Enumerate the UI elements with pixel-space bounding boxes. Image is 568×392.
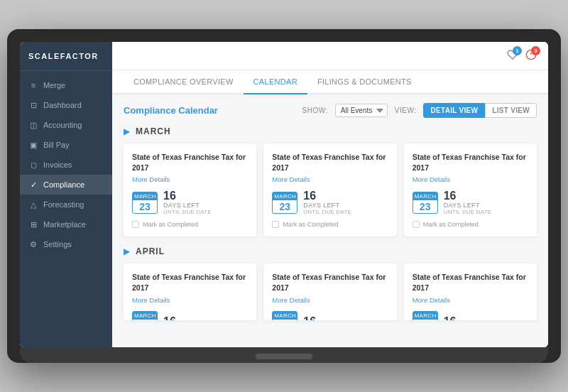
- april-card-3-due-day: 23: [413, 320, 437, 321]
- march-card-3: State of Texas Franchise Tax for 2017 Mo…: [404, 143, 537, 236]
- show-select[interactable]: All Events: [335, 104, 388, 117]
- laptop-notch: [256, 354, 312, 359]
- march-section-title: MARCH: [136, 126, 171, 136]
- march-card-1-days-label: days left: [163, 202, 248, 209]
- view-buttons: Detail View List View: [423, 103, 537, 118]
- april-card-3-date-box: MARCH 23: [413, 311, 438, 321]
- notification-badge: 1: [513, 46, 522, 55]
- sidebar-item-accounting-label: Accounting: [43, 121, 82, 129]
- laptop-screen: SCALEFACTOR ≡ Merge ⊡ Dashboard ◫ Accoun…: [20, 42, 548, 347]
- april-card-3-link[interactable]: More Details: [413, 296, 528, 304]
- show-label: SHOW:: [302, 107, 328, 114]
- marketplace-icon: ⊞: [28, 219, 38, 229]
- march-cards-grid: State of Texas Franchise Tax for 2017 Mo…: [124, 143, 537, 236]
- march-arrow-icon: ▶: [124, 126, 130, 136]
- march-card-3-footer: MARCH 23 16 days left UNTIL DUE DATE: [413, 190, 528, 215]
- march-card-1-days-num: 16: [163, 190, 248, 202]
- april-card-2-due-day: 23: [273, 320, 297, 321]
- tab-compliance-overview[interactable]: Compliance Overview: [124, 70, 244, 94]
- march-card-2-due-month: MARCH: [273, 192, 297, 200]
- laptop-base: [20, 347, 548, 363]
- march-card-2-checkbox[interactable]: [272, 221, 279, 228]
- march-card-2-days-label: days left: [303, 202, 388, 209]
- march-card-2-days-info: 16 days left UNTIL DUE DATE: [303, 190, 388, 215]
- sidebar-item-merge-label: Merge: [43, 81, 65, 89]
- sidebar-item-merge[interactable]: ≡ Merge: [20, 75, 112, 95]
- april-card-3-footer: MARCH 23 16: [413, 311, 528, 321]
- march-card-2: State of Texas Franchise Tax for 2017 Mo…: [263, 143, 396, 236]
- march-card-1: State of Texas Franchise Tax for 2017 Mo…: [124, 143, 256, 236]
- april-card-3-title: State of Texas Franchise Tax for 2017: [413, 272, 528, 293]
- top-bar: 1 3: [112, 42, 548, 70]
- march-card-1-checkbox-label: Mark as Completed: [143, 221, 198, 228]
- main-area: 1 3 Compliance Overview Calendar Filings…: [112, 42, 548, 347]
- content-area: Compliance Calendar SHOW: All Events VIE…: [112, 94, 548, 347]
- tabs-bar: Compliance Overview Calendar Filings & D…: [112, 70, 548, 94]
- notification-icon-wrapper[interactable]: 1: [507, 49, 518, 63]
- sidebar-item-invoices-label: Invoices: [43, 160, 72, 169]
- sidebar: SCALEFACTOR ≡ Merge ⊡ Dashboard ◫ Accoun…: [20, 42, 112, 347]
- april-card-1-link[interactable]: More Details: [132, 296, 248, 304]
- april-card-3-days-info: 16: [444, 316, 528, 320]
- merge-icon: ≡: [28, 80, 38, 90]
- controls-right: SHOW: All Events VIEW: Detail View List …: [302, 103, 537, 118]
- view-label: VIEW:: [395, 107, 417, 114]
- april-card-3: State of Texas Franchise Tax for 2017 Mo…: [404, 263, 537, 320]
- section-header-april: ▶ APRIL: [124, 246, 537, 256]
- march-card-1-until-label: UNTIL DUE DATE: [163, 209, 248, 215]
- march-card-2-link[interactable]: More Details: [272, 175, 388, 183]
- forecasting-icon: △: [28, 200, 38, 209]
- section-header-march: ▶ MARCH: [124, 126, 537, 136]
- april-card-2-link[interactable]: More Details: [272, 296, 388, 304]
- march-card-2-title: State of Texas Franchise Tax for 2017: [272, 152, 388, 173]
- march-card-3-checkbox-label: Mark as Completed: [423, 221, 479, 228]
- page-title: Compliance Calendar: [124, 105, 218, 116]
- april-card-2-date-box: MARCH 23: [272, 311, 297, 321]
- march-card-3-due-day: 23: [413, 200, 437, 213]
- march-card-1-due-day: 23: [133, 200, 157, 213]
- march-card-3-checkbox-row: Mark as Completed: [413, 221, 528, 228]
- april-card-1-days-num: 16: [163, 316, 248, 320]
- sidebar-item-settings[interactable]: ⚙ Settings: [20, 234, 112, 254]
- march-card-1-due-month: MARCH: [133, 192, 157, 200]
- sidebar-item-forecasting-label: Forecasting: [43, 200, 84, 209]
- sidebar-item-marketplace[interactable]: ⊞ Marketplace: [20, 214, 112, 234]
- sidebar-item-marketplace-label: Marketplace: [43, 220, 86, 229]
- march-card-2-checkbox-label: Mark as Completed: [283, 221, 338, 228]
- march-card-1-link[interactable]: More Details: [132, 175, 248, 183]
- april-card-3-due-month: MARCH: [413, 312, 437, 320]
- april-card-1-due-day: 23: [133, 320, 157, 321]
- sidebar-item-invoices[interactable]: ◻ Invoices: [20, 155, 112, 175]
- april-card-1-due-month: MARCH: [133, 312, 157, 320]
- controls-row: Compliance Calendar SHOW: All Events VIE…: [124, 103, 537, 118]
- sidebar-item-compliance-label: Compliance: [43, 180, 84, 189]
- sidebar-item-dashboard[interactable]: ⊡ Dashboard: [20, 95, 112, 115]
- alert-icon-wrapper[interactable]: 3: [525, 49, 537, 63]
- march-card-3-link[interactable]: More Details: [413, 175, 528, 183]
- laptop-frame: SCALEFACTOR ≡ Merge ⊡ Dashboard ◫ Accoun…: [7, 29, 561, 363]
- sidebar-item-billpay-label: Bill Pay: [43, 141, 70, 149]
- tab-calendar[interactable]: Calendar: [244, 70, 307, 94]
- march-card-3-due-month: MARCH: [413, 192, 437, 200]
- april-arrow-icon: ▶: [124, 246, 130, 256]
- march-card-3-days-num: 16: [444, 190, 528, 202]
- tab-filings-documents[interactable]: Filings & Documents: [307, 70, 422, 94]
- march-card-2-days-num: 16: [303, 190, 388, 202]
- sidebar-item-accounting[interactable]: ◫ Accounting: [20, 115, 112, 135]
- april-section-title: APRIL: [136, 246, 165, 256]
- sidebar-item-dashboard-label: Dashboard: [43, 101, 82, 109]
- sidebar-item-forecasting[interactable]: △ Forecasting: [20, 195, 112, 214]
- march-card-1-days-info: 16 days left UNTIL DUE DATE: [163, 190, 248, 215]
- april-card-2-days-num: 16: [303, 316, 388, 320]
- sidebar-item-compliance[interactable]: ✓ Compliance: [20, 175, 112, 195]
- alert-badge: 3: [531, 46, 540, 55]
- march-card-3-checkbox[interactable]: [413, 221, 420, 228]
- april-card-3-days-num: 16: [444, 316, 528, 320]
- list-view-button[interactable]: List View: [485, 103, 537, 118]
- april-card-1: State of Texas Franchise Tax for 2017 Mo…: [124, 263, 256, 320]
- detail-view-button[interactable]: Detail View: [423, 103, 485, 118]
- sidebar-item-billpay[interactable]: ▣ Bill Pay: [20, 135, 112, 155]
- march-card-1-checkbox[interactable]: [132, 221, 139, 228]
- march-card-3-days-info: 16 days left UNTIL DUE DATE: [444, 190, 528, 215]
- sidebar-item-settings-label: Settings: [43, 240, 72, 249]
